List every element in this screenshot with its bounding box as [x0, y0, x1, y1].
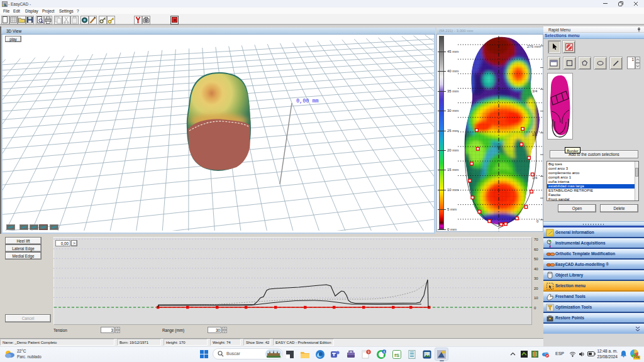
svg-text:0,00 mm: 0,00 mm — [296, 98, 319, 104]
svg-text:9: 9 — [367, 350, 369, 354]
svg-text:50: 50 — [534, 257, 538, 261]
svg-text:70: 70 — [534, 238, 538, 241]
svg-text:6: 6 — [383, 350, 385, 354]
svg-text:60: 60 — [534, 248, 538, 251]
svg-text:30: 30 — [534, 277, 538, 280]
svg-text:40: 40 — [534, 267, 538, 271]
svg-text:10: 10 — [534, 296, 538, 300]
svg-text:1/4: 1/4 — [532, 176, 538, 180]
svg-text:0: 0 — [534, 306, 536, 310]
svg-text:fS: fS — [394, 353, 400, 358]
svg-text:276 mm: 276 mm — [527, 45, 541, 48]
svg-text:20: 20 — [534, 287, 538, 290]
svg-text:3/4: 3/4 — [532, 89, 538, 93]
svg-text:0: 0 — [536, 219, 539, 223]
svg-text:1/2: 1/2 — [532, 133, 538, 136]
